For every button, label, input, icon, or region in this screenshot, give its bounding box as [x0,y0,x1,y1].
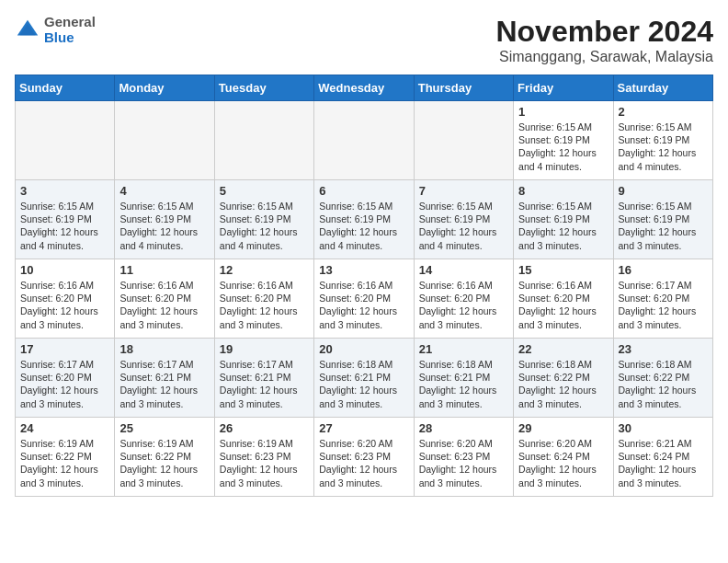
day-number: 15 [518,263,608,277]
day-number: 14 [419,263,508,277]
calendar-day: 6Sunrise: 6:15 AM Sunset: 6:19 PM Daylig… [314,180,414,259]
day-info: Sunrise: 6:16 AM Sunset: 6:20 PM Dayligh… [319,279,408,331]
logo-text: General Blue [44,15,96,45]
day-number: 21 [419,342,508,356]
calendar-day: 7Sunrise: 6:15 AM Sunset: 6:19 PM Daylig… [414,180,513,259]
calendar-day: 14Sunrise: 6:16 AM Sunset: 6:20 PM Dayli… [414,259,513,339]
day-number: 12 [220,263,309,277]
day-number: 20 [319,342,408,356]
day-number: 25 [119,421,209,435]
header-wednesday: Wednesday [314,75,414,101]
day-info: Sunrise: 6:17 AM Sunset: 6:20 PM Dayligh… [619,279,708,331]
logo-blue: Blue [44,30,96,46]
day-info: Sunrise: 6:15 AM Sunset: 6:19 PM Dayligh… [319,200,408,252]
day-info: Sunrise: 6:18 AM Sunset: 6:22 PM Dayligh… [619,358,708,410]
header-friday: Friday [514,75,613,101]
day-info: Sunrise: 6:17 AM Sunset: 6:20 PM Dayligh… [20,358,109,410]
day-info: Sunrise: 6:16 AM Sunset: 6:20 PM Dayligh… [220,279,309,331]
day-number: 10 [20,263,109,277]
day-number: 28 [419,421,508,435]
day-info: Sunrise: 6:20 AM Sunset: 6:23 PM Dayligh… [319,437,408,489]
day-number: 9 [619,184,708,198]
day-number: 27 [319,421,408,435]
day-info: Sunrise: 6:18 AM Sunset: 6:22 PM Dayligh… [518,358,608,410]
logo-general: General [44,15,96,30]
calendar-day: 9Sunrise: 6:15 AM Sunset: 6:19 PM Daylig… [613,180,712,259]
day-number: 4 [119,184,209,198]
calendar-day: 23Sunrise: 6:18 AM Sunset: 6:22 PM Dayli… [613,339,712,418]
day-number: 29 [518,421,608,435]
header-saturday: Saturday [613,75,712,101]
logo: General Blue [15,15,96,45]
calendar-day: 2Sunrise: 6:15 AM Sunset: 6:19 PM Daylig… [613,101,712,180]
calendar-day: 1Sunrise: 6:15 AM Sunset: 6:19 PM Daylig… [514,101,613,180]
calendar-day: 18Sunrise: 6:17 AM Sunset: 6:21 PM Dayli… [115,339,214,418]
calendar-day: 8Sunrise: 6:15 AM Sunset: 6:19 PM Daylig… [514,180,613,259]
header-thursday: Thursday [414,75,513,101]
day-number: 2 [619,105,708,119]
page-header: General Blue November 2024 Simanggang, S… [15,15,713,65]
calendar-day: 11Sunrise: 6:16 AM Sunset: 6:20 PM Dayli… [115,259,214,339]
day-number: 16 [619,263,708,277]
month-title: November 2024 [495,15,713,49]
calendar-day: 28Sunrise: 6:20 AM Sunset: 6:23 PM Dayli… [414,418,513,497]
calendar-table: SundayMondayTuesdayWednesdayThursdayFrid… [15,75,713,497]
location-subtitle: Simanggang, Sarawak, Malaysia [495,49,713,65]
day-number: 5 [220,184,309,198]
day-number: 24 [20,421,109,435]
title-section: November 2024 Simanggang, Sarawak, Malay… [495,15,713,65]
day-info: Sunrise: 6:18 AM Sunset: 6:21 PM Dayligh… [419,358,508,410]
calendar-day: 17Sunrise: 6:17 AM Sunset: 6:20 PM Dayli… [16,339,115,418]
day-number: 19 [220,342,309,356]
day-info: Sunrise: 6:15 AM Sunset: 6:19 PM Dayligh… [619,200,708,252]
logo-icon [15,17,40,43]
day-number: 23 [619,342,708,356]
calendar-day: 29Sunrise: 6:20 AM Sunset: 6:24 PM Dayli… [514,418,613,497]
day-info: Sunrise: 6:15 AM Sunset: 6:19 PM Dayligh… [419,200,508,252]
calendar-day: 16Sunrise: 6:17 AM Sunset: 6:20 PM Dayli… [613,259,712,339]
calendar-day [16,101,115,180]
day-info: Sunrise: 6:16 AM Sunset: 6:20 PM Dayligh… [518,279,608,331]
day-info: Sunrise: 6:16 AM Sunset: 6:20 PM Dayligh… [20,279,109,331]
calendar-day: 24Sunrise: 6:19 AM Sunset: 6:22 PM Dayli… [16,418,115,497]
day-number: 30 [619,421,708,435]
calendar-day: 21Sunrise: 6:18 AM Sunset: 6:21 PM Dayli… [414,339,513,418]
day-info: Sunrise: 6:20 AM Sunset: 6:23 PM Dayligh… [419,437,508,489]
day-info: Sunrise: 6:17 AM Sunset: 6:21 PM Dayligh… [220,358,309,410]
day-info: Sunrise: 6:15 AM Sunset: 6:19 PM Dayligh… [20,200,109,252]
calendar-header-row: SundayMondayTuesdayWednesdayThursdayFrid… [16,75,713,101]
day-info: Sunrise: 6:17 AM Sunset: 6:21 PM Dayligh… [119,358,209,410]
calendar-day: 25Sunrise: 6:19 AM Sunset: 6:22 PM Dayli… [115,418,214,497]
day-number: 8 [518,184,608,198]
day-info: Sunrise: 6:15 AM Sunset: 6:19 PM Dayligh… [619,121,708,173]
calendar-day [214,101,313,180]
header-sunday: Sunday [16,75,115,101]
calendar-week-3: 10Sunrise: 6:16 AM Sunset: 6:20 PM Dayli… [16,259,713,339]
day-info: Sunrise: 6:16 AM Sunset: 6:20 PM Dayligh… [119,279,209,331]
calendar-day: 19Sunrise: 6:17 AM Sunset: 6:21 PM Dayli… [214,339,313,418]
day-number: 17 [20,342,109,356]
day-info: Sunrise: 6:15 AM Sunset: 6:19 PM Dayligh… [518,121,608,173]
day-info: Sunrise: 6:19 AM Sunset: 6:22 PM Dayligh… [119,437,209,489]
day-number: 11 [119,263,209,277]
calendar-day: 30Sunrise: 6:21 AM Sunset: 6:24 PM Dayli… [613,418,712,497]
day-info: Sunrise: 6:19 AM Sunset: 6:22 PM Dayligh… [20,437,109,489]
calendar-day [414,101,513,180]
day-number: 26 [220,421,309,435]
calendar-day: 22Sunrise: 6:18 AM Sunset: 6:22 PM Dayli… [514,339,613,418]
calendar-day [314,101,414,180]
day-info: Sunrise: 6:19 AM Sunset: 6:23 PM Dayligh… [220,437,309,489]
calendar-day [115,101,214,180]
day-number: 1 [518,105,608,119]
calendar-day: 26Sunrise: 6:19 AM Sunset: 6:23 PM Dayli… [214,418,313,497]
day-info: Sunrise: 6:15 AM Sunset: 6:19 PM Dayligh… [119,200,209,252]
day-number: 7 [419,184,508,198]
calendar-day: 5Sunrise: 6:15 AM Sunset: 6:19 PM Daylig… [214,180,313,259]
header-monday: Monday [115,75,214,101]
calendar-day: 20Sunrise: 6:18 AM Sunset: 6:21 PM Dayli… [314,339,414,418]
day-number: 13 [319,263,408,277]
day-info: Sunrise: 6:21 AM Sunset: 6:24 PM Dayligh… [619,437,708,489]
calendar-day: 13Sunrise: 6:16 AM Sunset: 6:20 PM Dayli… [314,259,414,339]
day-info: Sunrise: 6:18 AM Sunset: 6:21 PM Dayligh… [319,358,408,410]
calendar-week-5: 24Sunrise: 6:19 AM Sunset: 6:22 PM Dayli… [16,418,713,497]
